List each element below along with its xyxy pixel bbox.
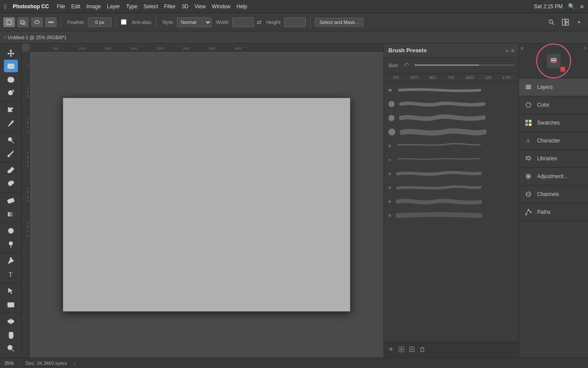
svg-rect-2 [22,22,26,24]
canvas-area: 500 1000 1500 2000 2500 3000 3500 4000 5… [22,44,384,358]
layers-highlight-area [543,50,565,72]
panel-item-layers[interactable]: Layers [519,78,588,96]
panel-item-character[interactable]: A Character [519,132,588,150]
lasso-tool[interactable] [4,73,18,86]
gradient-tool[interactable] [4,208,18,220]
swap-icon[interactable]: ⇄ [257,19,262,26]
list-item[interactable] [386,84,517,97]
list-item[interactable] [386,125,517,138]
type-tool[interactable]: T [4,268,18,281]
status-arrow[interactable]: › [74,361,76,366]
svg-text:A: A [526,138,530,143]
svg-point-59 [527,175,529,177]
menu-image[interactable]: Image [86,3,100,10]
3d-tool[interactable] [4,315,18,327]
extra-options-icon[interactable] [574,17,585,27]
brush-add-icon[interactable] [409,346,415,354]
menu-window[interactable]: Window [212,3,231,10]
svg-rect-38 [399,350,401,352]
pen-tool[interactable] [4,255,18,267]
menu-select[interactable]: Select [144,3,158,10]
dodge-tool[interactable] [4,238,18,250]
adjustments-label: Adjustment... [537,173,568,179]
hamburger-icon[interactable]: ≡ [521,45,524,51]
spot-healing-tool[interactable] [4,134,18,146]
style-select[interactable]: Normal Fixed Ratio Fixed Size [177,17,212,27]
rect-marquee-btn[interactable] [3,17,15,27]
move-tool[interactable] [4,46,18,59]
menu-file[interactable]: File [57,3,65,10]
search-icon[interactable]: 🔍 [568,3,575,10]
panel-item-paths[interactable]: Paths [519,203,588,221]
history-brush-tool[interactable] [4,178,18,190]
list-item[interactable] [386,139,517,152]
select-mask-button[interactable]: Select and Mask... [315,18,364,27]
search-tool-icon[interactable] [546,17,557,27]
zoom-tool[interactable] [4,342,18,355]
menu-view[interactable]: View [194,3,206,10]
svg-point-23 [8,228,13,233]
eyedropper-tool[interactable] [4,117,18,130]
height-input[interactable] [284,17,306,27]
top-ruler: 500 1000 1500 2000 2500 3000 3500 4000 [30,44,384,51]
panel-item-adjustments[interactable]: Adjustment... [519,168,588,186]
list-item[interactable] [386,209,517,222]
menu-3d[interactable]: 3D [182,3,188,10]
channels-label: Channels [537,191,559,197]
brush-menu-icon[interactable]: ≡ [511,47,514,54]
color-label: Color [537,102,550,108]
marquee-tool[interactable] [4,60,18,72]
brush-tool[interactable] [4,147,18,160]
rectangle-shape-tool[interactable] [4,298,18,311]
hand-tool[interactable] [4,328,18,341]
apple-menu[interactable]:  [4,3,7,10]
panel-layout-icon[interactable] [560,17,571,27]
panel-item-channels[interactable]: Channels [519,186,588,203]
panel-item-color[interactable]: Color [519,96,588,114]
feather-input[interactable] [88,17,112,27]
menu-filter[interactable]: Filter [164,3,176,10]
list-item[interactable] [386,167,517,180]
main-area: T 500 1000 1500 [0,44,588,358]
quick-select-tool[interactable] [4,87,18,100]
layers-active-icon[interactable] [547,54,561,68]
menu-list-icon[interactable]: ≡ [580,3,584,10]
list-item[interactable] [386,153,517,166]
brush-refresh-icon[interactable] [402,61,411,70]
tab-close-btn[interactable]: × [3,35,6,40]
brush-expand-icon[interactable]: » [506,48,508,53]
brush-dot [388,128,395,135]
canvas-content[interactable] [30,51,384,358]
brush-delete-icon[interactable] [419,346,425,354]
canvas-document[interactable] [63,98,350,311]
brush-grid-icon[interactable] [398,346,404,354]
expand-icon[interactable]: » [584,45,586,50]
panel-item-swatches[interactable]: Swatches [519,114,588,132]
panel-item-libraries[interactable]: Libraries [519,150,588,168]
brush-visibility-icon[interactable]: 👁 [388,346,394,354]
list-item[interactable] [386,111,517,125]
path-select-tool[interactable] [4,285,18,297]
list-item[interactable] [386,98,517,111]
brush-list[interactable] [384,82,518,342]
svg-rect-47 [526,88,531,89]
menu-type[interactable]: Type [126,3,137,10]
brush-size-slider-area[interactable] [414,61,514,70]
width-input[interactable] [232,17,254,27]
ellipse-marquee-btn[interactable] [31,17,43,27]
clone-stamp-tool[interactable] [4,164,18,176]
left-ruler: 5 1 0 0 1 5 0 0 2 0 0 0 2 5 0 0 3 0 0 0 [22,51,30,358]
rect-marquee-fixed-btn[interactable] [17,17,29,27]
list-item[interactable] [386,181,517,194]
single-row-btn[interactable] [45,17,57,27]
crop-tool[interactable] [4,104,18,116]
menu-edit[interactable]: Edit [71,3,80,10]
menu-layer[interactable]: Layer [107,3,120,10]
anti-alias-checkbox[interactable] [121,19,127,25]
list-item[interactable] [386,195,517,208]
size-1700: 1700 [499,75,514,80]
brush-stroke [396,85,514,95]
eraser-tool[interactable] [4,194,18,207]
blur-tool[interactable] [4,224,18,237]
menu-help[interactable]: Help [237,3,247,10]
